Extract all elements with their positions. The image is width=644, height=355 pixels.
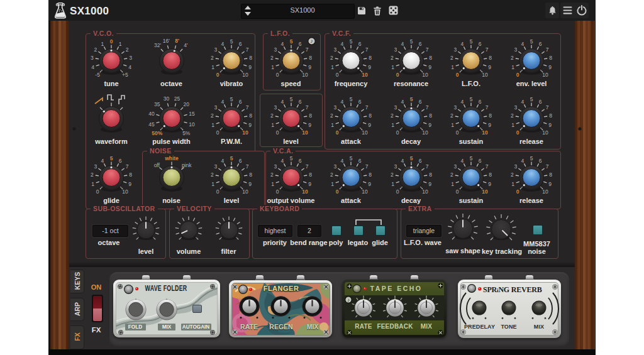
svg-text:6: 6 [479, 158, 482, 164]
svg-text:6: 6 [418, 158, 421, 164]
svg-text:4': 4' [184, 42, 188, 48]
svg-text:5%: 5% [182, 130, 191, 136]
svg-text:50%: 50% [152, 130, 162, 136]
svg-text:4: 4 [280, 99, 284, 105]
svg-text:4: 4 [280, 41, 284, 47]
svg-text:9: 9 [488, 64, 491, 70]
svg-text:0: 0 [396, 129, 399, 136]
svg-text:3: 3 [274, 104, 277, 111]
svg-text:30: 30 [163, 96, 169, 102]
svg-text:3: 3 [394, 163, 397, 170]
svg-text:6: 6 [358, 158, 362, 164]
svg-text:8: 8 [429, 172, 432, 178]
svg-text:4: 4 [461, 158, 464, 164]
svg-text:5: 5 [289, 96, 292, 102]
svg-text:8': 8' [175, 38, 179, 44]
svg-text:8: 8 [549, 172, 552, 178]
svg-text:5: 5 [470, 38, 473, 45]
svg-text:0: 0 [216, 72, 219, 78]
svg-text:8: 8 [249, 172, 252, 178]
svg-text:4: 4 [401, 41, 404, 47]
svg-text:8: 8 [549, 55, 552, 61]
svg-text:7: 7 [546, 163, 549, 170]
svg-text:0: 0 [456, 129, 459, 136]
svg-text:3: 3 [91, 55, 94, 61]
svg-text:7: 7 [305, 46, 308, 53]
svg-text:7: 7 [486, 104, 489, 111]
svg-text:5: 5 [289, 155, 292, 161]
svg-text:3: 3 [214, 104, 218, 111]
svg-text:5: 5 [470, 155, 473, 161]
svg-text:9: 9 [428, 64, 431, 70]
svg-text:4: 4 [341, 99, 344, 105]
svg-text:2: 2 [126, 46, 129, 53]
svg-text:2: 2 [330, 55, 333, 61]
svg-text:6: 6 [358, 99, 362, 105]
svg-text:5: 5 [350, 155, 353, 161]
svg-text:7: 7 [425, 46, 428, 53]
svg-text:8: 8 [369, 112, 372, 119]
svg-text:1: 1 [211, 64, 214, 70]
svg-text:8: 8 [429, 55, 432, 61]
svg-text:10: 10 [302, 72, 308, 78]
svg-text:2: 2 [91, 172, 94, 178]
svg-text:5: 5 [409, 96, 413, 102]
svg-text:0: 0 [336, 129, 339, 136]
svg-text:2: 2 [450, 112, 453, 119]
svg-text:8: 8 [489, 55, 492, 61]
svg-text:9: 9 [548, 64, 552, 70]
svg-text:5: 5 [409, 155, 413, 161]
svg-text:8: 8 [309, 172, 312, 178]
svg-text:5: 5 [230, 96, 233, 102]
svg-text:7: 7 [246, 104, 249, 111]
svg-text:9: 9 [368, 181, 371, 187]
svg-text:0: 0 [336, 72, 339, 78]
svg-text:9: 9 [488, 181, 491, 187]
svg-text:2: 2 [330, 172, 333, 178]
svg-text:off: off [153, 162, 160, 168]
svg-text:3: 3 [334, 104, 337, 111]
svg-text:4: 4 [221, 158, 225, 164]
svg-text:0: 0 [396, 188, 399, 195]
svg-text:8: 8 [549, 112, 552, 119]
svg-text:7: 7 [425, 163, 428, 170]
svg-text:8: 8 [369, 55, 372, 61]
svg-text:4: 4 [101, 158, 104, 164]
svg-text:10: 10 [302, 129, 308, 136]
svg-text:2: 2 [511, 172, 514, 178]
svg-text:0: 0 [275, 188, 279, 195]
svg-text:2: 2 [211, 112, 214, 119]
svg-text:3: 3 [454, 104, 457, 111]
svg-text:9: 9 [548, 181, 552, 187]
svg-text:7: 7 [305, 104, 308, 111]
svg-text:10: 10 [362, 188, 368, 195]
svg-text:1: 1 [211, 122, 214, 128]
svg-text:20: 20 [183, 101, 189, 107]
svg-text:2: 2 [450, 172, 453, 178]
svg-text:4: 4 [341, 158, 344, 164]
svg-text:9: 9 [308, 181, 311, 187]
svg-text:10: 10 [482, 72, 488, 78]
svg-text:2: 2 [330, 112, 333, 119]
svg-text:3: 3 [334, 46, 337, 53]
svg-text:-5: -5 [95, 72, 100, 78]
svg-text:10: 10 [422, 129, 428, 136]
svg-text:2: 2 [211, 172, 214, 178]
svg-text:1: 1 [391, 181, 394, 187]
svg-text:10: 10 [242, 72, 248, 78]
svg-text:0: 0 [216, 188, 219, 195]
svg-text:8: 8 [309, 112, 312, 119]
svg-text:4: 4 [341, 41, 344, 47]
svg-text:25: 25 [174, 96, 180, 102]
svg-text:2: 2 [270, 172, 274, 178]
svg-text:4: 4 [521, 158, 525, 164]
svg-text:1: 1 [271, 122, 274, 128]
svg-text:8: 8 [429, 112, 432, 119]
svg-text:7: 7 [246, 46, 249, 53]
svg-text:0: 0 [456, 72, 459, 78]
svg-text:1: 1 [91, 181, 94, 187]
svg-text:9: 9 [488, 122, 491, 128]
svg-text:6: 6 [358, 41, 362, 47]
svg-text:16': 16' [162, 38, 169, 44]
svg-text:7: 7 [546, 46, 549, 53]
